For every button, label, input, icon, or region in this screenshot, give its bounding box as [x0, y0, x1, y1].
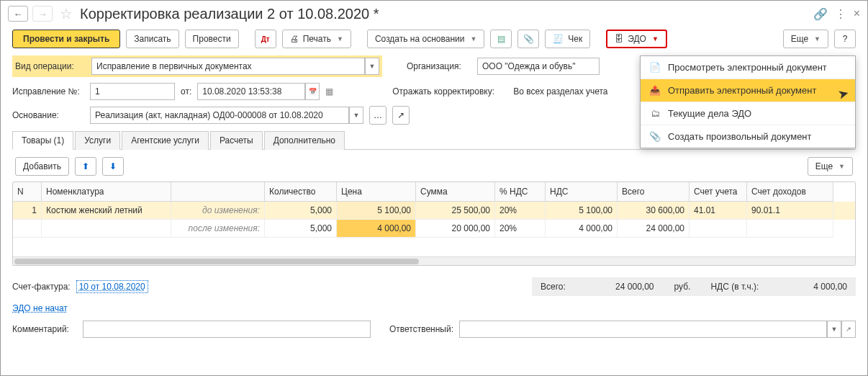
reflect-value: Во всех разделах учета: [513, 86, 607, 97]
link-icon[interactable]: 🔗: [813, 7, 828, 21]
basis-select-button[interactable]: …: [369, 106, 386, 125]
responsible-field[interactable]: [459, 321, 827, 338]
edo-icon: 🗄: [615, 34, 623, 44]
date-field[interactable]: 10.08.2020 13:53:38: [197, 83, 305, 100]
tab-services[interactable]: Услуги: [75, 131, 120, 150]
tab-agent[interactable]: Агентские услуги: [122, 131, 209, 150]
invoice-link[interactable]: 10 от 10.08.2020: [76, 280, 148, 293]
edo-status-link[interactable]: ЭДО не начат: [12, 303, 68, 313]
responsible-open-icon[interactable]: ↗: [841, 321, 856, 338]
table-row[interactable]: 1 Костюм женский летний до изменения: 5,…: [13, 202, 855, 220]
responsible-label: Ответственный:: [389, 324, 453, 334]
add-row-button[interactable]: Добавить: [15, 157, 69, 176]
basis-dropdown-icon[interactable]: ▼: [349, 107, 363, 124]
correction-no-field[interactable]: 1: [90, 83, 175, 100]
paperclip-icon: 📎: [523, 34, 534, 44]
tab-additional[interactable]: Дополнительно: [264, 131, 345, 150]
close-icon[interactable]: ×: [854, 7, 860, 20]
attachment-button[interactable]: 📎: [517, 30, 539, 48]
structure-button[interactable]: ▤: [490, 30, 512, 48]
totals-panel: Всего: 24 000,00 руб. НДС (в т.ч.): 4 00…: [532, 277, 856, 296]
kebab-icon[interactable]: ⋮: [835, 7, 846, 21]
comment-field[interactable]: [83, 321, 371, 338]
basis-open-button[interactable]: ↗: [392, 106, 410, 125]
totals-vat: 4 000,00: [779, 282, 847, 292]
chevron-down-icon: ▼: [814, 35, 820, 42]
col-n[interactable]: N: [13, 182, 42, 202]
grid-more-button[interactable]: Еще ▼: [808, 157, 853, 176]
op-type-field[interactable]: Исправление в первичных документах: [91, 58, 365, 75]
create-based-button[interactable]: Создать на основании ▼: [367, 30, 484, 48]
reflect-label: Отражать корректировку:: [392, 86, 507, 97]
pin-icon[interactable]: ▦: [325, 86, 333, 97]
help-button[interactable]: ?: [834, 30, 856, 48]
correction-no-label: Исправление №:: [12, 86, 84, 97]
document-icon: 📄: [649, 62, 661, 73]
col-vat[interactable]: НДС: [546, 182, 618, 202]
save-button[interactable]: Записать: [126, 30, 178, 48]
col-income[interactable]: Счет доходов: [747, 182, 833, 202]
favorite-icon[interactable]: ☆: [60, 5, 73, 22]
edo-send-item[interactable]: 📤 Отправить электронный документ: [641, 79, 855, 102]
move-down-button[interactable]: ⬇: [102, 157, 124, 176]
basis-label: Основание:: [12, 110, 84, 120]
table-row[interactable]: после изменения: 5,000 4 000,00 20 000,0…: [13, 220, 855, 238]
receipt-icon: 🧾: [553, 34, 564, 44]
edo-button[interactable]: 🗄 ЭДО ▼: [606, 30, 667, 48]
check-button[interactable]: 🧾 Чек: [545, 30, 590, 48]
col-sum[interactable]: Сумма: [416, 182, 495, 202]
col-vatpct[interactable]: % НДС: [495, 182, 546, 202]
move-up-button[interactable]: ⬆: [75, 157, 96, 176]
col-total[interactable]: Всего: [618, 182, 690, 202]
paperclip-icon: 📎: [649, 131, 661, 142]
totals-total: 24 000,00: [586, 282, 654, 292]
op-type-dropdown-icon[interactable]: ▼: [365, 58, 379, 75]
page-title: Корректировка реализации 2 от 10.08.2020…: [80, 6, 379, 22]
op-type-label: Вид операции:: [15, 61, 87, 71]
responsible-dropdown-icon[interactable]: ▼: [827, 321, 841, 338]
col-acct[interactable]: Счет учета: [690, 182, 747, 202]
printer-icon: 🖨: [290, 34, 299, 44]
chevron-down-icon: ▼: [652, 35, 659, 42]
edo-view-item[interactable]: 📄 Просмотреть электронный документ: [641, 56, 855, 79]
invoice-label: Счет-фактура:: [12, 282, 71, 292]
edo-current-item[interactable]: 🗂 Текущие дела ЭДО: [641, 102, 855, 125]
comment-label: Комментарий:: [12, 324, 77, 334]
edo-dropdown: 📄 Просмотреть электронный документ 📤 Отп…: [640, 55, 856, 148]
more-button[interactable]: Еще ▼: [783, 30, 828, 48]
horizontal-scrollbar[interactable]: [13, 256, 855, 265]
goods-table: N Номенклатура Количество Цена Сумма % Н…: [12, 182, 856, 266]
list-icon: 🗂: [649, 108, 661, 119]
print-button[interactable]: 🖨 Печать ▼: [282, 30, 351, 48]
chevron-down-icon: ▼: [838, 163, 845, 170]
from-label: от:: [181, 86, 191, 97]
post-button[interactable]: Провести: [185, 30, 239, 48]
col-price[interactable]: Цена: [337, 182, 416, 202]
basis-field[interactable]: Реализация (акт, накладная) ОД00-000008 …: [90, 107, 349, 124]
post-and-close-button[interactable]: Провести и закрыть: [12, 30, 120, 48]
forward-button[interactable]: →: [32, 6, 53, 22]
org-field[interactable]: ООО "Одежда и обувь": [477, 58, 600, 75]
chevron-down-icon: ▼: [470, 35, 476, 42]
chevron-down-icon: ▼: [337, 35, 343, 42]
calendar-icon[interactable]: 📅: [305, 83, 320, 100]
tab-payments[interactable]: Расчеты: [210, 131, 263, 150]
tab-goods[interactable]: Товары (1): [12, 131, 73, 150]
edo-create-item[interactable]: 📎 Создать произвольный документ: [641, 125, 855, 148]
col-qty[interactable]: Количество: [265, 182, 337, 202]
col-change[interactable]: [171, 182, 265, 202]
tree-icon: ▤: [497, 34, 505, 44]
dtkt-button[interactable]: Дт: [255, 30, 276, 48]
org-label: Организация:: [407, 61, 471, 71]
back-button[interactable]: ←: [8, 6, 28, 22]
send-icon: 📤: [649, 85, 661, 96]
col-name[interactable]: Номенклатура: [42, 182, 171, 202]
